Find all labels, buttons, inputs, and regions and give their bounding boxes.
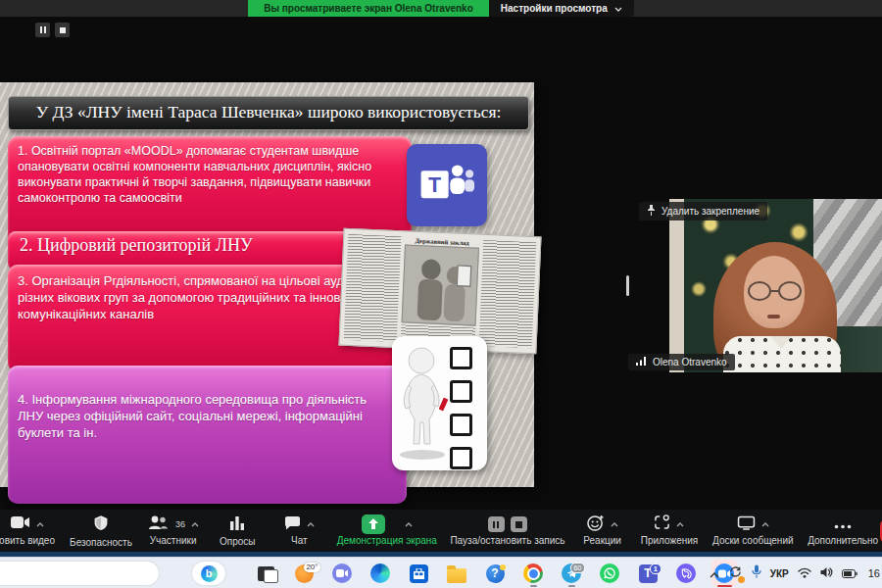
chrome-icon [523,564,543,583]
pause-recording-icon[interactable] [488,516,505,532]
battery-icon[interactable] [842,564,858,582]
stop-share-button[interactable] [55,23,70,37]
participant-video-tile[interactable] [669,199,882,372]
checkbox-item [450,347,472,369]
participants-button[interactable]: 36 Участники [143,508,203,554]
newspaper-text-column [344,234,402,342]
taskbar-search-input[interactable] [0,562,159,585]
language-indicator[interactable]: УКР [770,568,789,579]
task-view-button[interactable] [253,560,278,587]
shared-screen-stage: У ДЗ «ЛНУ імені Тараса Шевченка» широко … [0,17,882,510]
viewing-banner: Вы просматриваете экран Olena Otravenko [248,0,489,17]
polls-button[interactable]: Опросы [210,508,265,554]
view-settings-label: Настройки просмотра [501,0,608,17]
reactions-button[interactable]: Реакции [575,508,630,554]
video-camera-icon [11,515,30,533]
weather-sun-icon: 20° [295,564,314,583]
teams-button[interactable]: T 1 [635,560,661,587]
share-options-caret[interactable] [405,522,413,527]
zoom-meeting-window: Вы просматриваете экран Olena Otravenko … [0,0,882,588]
panel-resize-handle[interactable] [626,275,629,296]
whiteboards-button[interactable]: Доски сообщений [709,508,797,554]
bing-icon: b [201,565,218,582]
top-banner-bar: Вы просматриваете экран Olena Otravenko … [0,0,882,17]
share-screen-button[interactable]: Демонстрация экрана [333,508,440,554]
presentation-slide: У ДЗ «ЛНУ імені Тараса Шевченка» широко … [0,82,534,487]
apps-button[interactable]: Приложения [637,508,703,554]
windows-taskbar: b 20° ? [0,557,882,588]
unpin-video-button[interactable]: Удалить закрепление [639,202,767,220]
help-icon: ? [486,564,505,583]
pin-icon [647,205,656,218]
bing-chat-button[interactable]: b [192,562,225,585]
folder-icon [447,568,466,583]
share-mini-controls [35,23,70,37]
viber-icon [676,564,696,583]
share-screen-icon [362,514,385,534]
hidden-icons-chevron[interactable] [710,564,719,582]
file-explorer-button[interactable] [444,560,469,587]
teams-chat-icon [332,564,352,583]
reactions-caret[interactable] [611,522,618,527]
more-button[interactable]: Дополнительно [804,508,882,554]
slide-bullet-4: 4. Інформування міжнародного середовища … [8,366,407,504]
volume-icon[interactable] [820,564,833,582]
chevron-down-icon [614,0,622,17]
chrome-button[interactable] [520,560,546,587]
task-view-icon [258,566,274,581]
checkbox-item [450,414,472,436]
whiteboard-icon [737,515,756,534]
widgets-weather-button[interactable]: 20° [291,560,317,587]
participants-caret[interactable] [191,522,199,527]
shield-icon [93,514,109,535]
microsoft-store-button[interactable] [406,560,431,587]
checkbox-list [450,347,472,469]
edge-browser-button[interactable] [368,560,393,587]
microphone-icon[interactable] [752,564,761,582]
store-icon [410,564,428,583]
temperature-badge: 20° [304,563,319,572]
view-settings-button[interactable]: Настройки просмотра [489,0,634,17]
telegram-button[interactable]: 60 [559,560,584,587]
apps-caret[interactable] [676,522,684,527]
viber-button[interactable] [673,560,699,587]
teams-badge: 1 [650,564,661,574]
zoom-toolbar: овить видео Безопасность 36 Участники [0,510,882,552]
wifi-icon[interactable] [798,564,811,582]
telegram-badge: 60 [570,563,585,573]
clock[interactable]: 16 [868,567,880,579]
pause-stop-recording-button[interactable]: Пауза/остановить запись [447,508,567,554]
chat-icon [284,515,301,534]
get-help-button[interactable]: ? [482,560,508,587]
security-button[interactable]: Безопасность [66,508,136,554]
glasses [748,281,802,301]
participants-icon [147,515,169,534]
poll-icon [229,515,245,534]
participants-count: 36 [175,519,185,529]
sync-status-icon[interactable] [728,564,743,582]
whiteboards-caret[interactable] [761,522,769,527]
more-icon [834,515,852,533]
slide-title: У ДЗ «ЛНУ імені Тараса Шевченка» широко … [8,96,529,130]
whatsapp-button[interactable] [597,560,622,587]
teams-chat-button[interactable] [329,560,355,587]
chat-caret[interactable] [307,522,315,527]
apps-icon [654,514,670,534]
video-options-caret[interactable] [36,522,44,527]
connection-signal-icon [636,357,647,368]
checklist-figure-card [392,336,487,470]
edge-icon [370,564,390,583]
newspaper-photo [402,244,479,325]
chat-button[interactable]: Чат [271,508,326,554]
system-tray: УКР 16 [710,558,880,588]
checkbox-item [450,447,472,469]
newspaper-text-column [478,240,536,348]
microsoft-teams-logo: T [407,144,487,226]
participant-name-label: Olena Otravenko [628,354,735,370]
teams-icon: T 1 [639,564,658,583]
pause-share-button[interactable] [35,23,50,37]
stop-video-button[interactable]: овить видео [0,508,59,554]
whatsapp-icon [600,564,619,583]
stop-recording-icon[interactable] [511,516,527,532]
checkbox-item [450,380,472,403]
